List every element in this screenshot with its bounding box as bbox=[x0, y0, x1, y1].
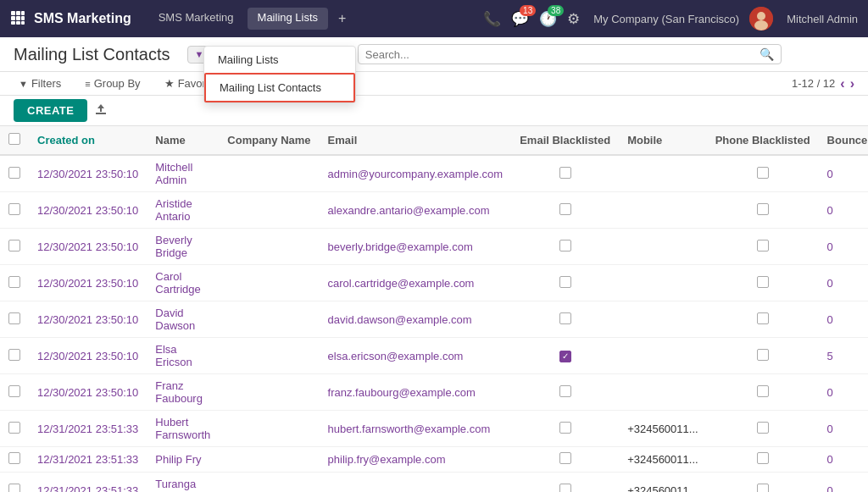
clock-icon[interactable]: 🕐 38 bbox=[539, 10, 557, 28]
row-bounce[interactable]: 0 bbox=[819, 229, 868, 265]
row-email[interactable]: alexandre.antario@example.com bbox=[320, 192, 512, 229]
row-name[interactable]: Aristide Antario bbox=[147, 192, 219, 229]
phone-blacklisted-checkbox[interactable] bbox=[757, 385, 769, 397]
row-created-on[interactable]: 12/30/2021 23:50:10 bbox=[29, 192, 147, 229]
phone-blacklisted-checkbox[interactable] bbox=[757, 240, 769, 252]
create-button[interactable]: CREATE bbox=[14, 99, 87, 122]
row-email[interactable]: franz.faubourg@example.com bbox=[320, 374, 512, 411]
row-bounce[interactable]: 0 bbox=[819, 192, 868, 229]
row-created-on[interactable]: 12/30/2021 23:50:10 bbox=[29, 338, 147, 374]
row-checkbox[interactable] bbox=[8, 422, 20, 434]
row-name[interactable]: Elsa Ericson bbox=[147, 338, 219, 374]
row-checkbox[interactable] bbox=[8, 385, 20, 397]
row-email[interactable]: elsa.ericson@example.com bbox=[320, 338, 512, 374]
phone-blacklisted-checkbox[interactable] bbox=[757, 276, 769, 288]
row-email[interactable] bbox=[320, 473, 512, 493]
row-bounce[interactable]: 0 bbox=[819, 374, 868, 411]
email-blacklisted-checkbox[interactable] bbox=[559, 422, 571, 434]
email-blacklisted-checkbox[interactable] bbox=[559, 484, 571, 493]
row-checkbox-cell[interactable] bbox=[0, 338, 29, 374]
row-created-on[interactable]: 12/31/2021 23:51:33 bbox=[29, 411, 147, 447]
row-email[interactable]: philip.fry@example.com bbox=[320, 447, 512, 473]
phone-blacklisted-checkbox[interactable] bbox=[757, 203, 769, 215]
row-name[interactable]: Beverly Bridge bbox=[147, 229, 219, 265]
row-checkbox-cell[interactable] bbox=[0, 155, 29, 192]
row-created-on[interactable]: 12/30/2021 23:50:10 bbox=[29, 229, 147, 265]
email-blacklisted-checkbox[interactable] bbox=[559, 385, 571, 397]
pagination-prev-button[interactable]: ‹ bbox=[840, 76, 844, 91]
email-blacklisted-checkbox[interactable] bbox=[559, 452, 571, 464]
email-blacklisted-checkbox[interactable]: ✓ bbox=[559, 351, 571, 362]
row-name[interactable]: Franz Faubourg bbox=[147, 374, 219, 411]
row-created-on[interactable]: 12/30/2021 23:50:10 bbox=[29, 374, 147, 411]
app-grid-icon[interactable] bbox=[10, 10, 25, 28]
row-checkbox-cell[interactable] bbox=[0, 411, 29, 447]
row-name[interactable]: Turanga Leela bbox=[147, 473, 219, 493]
row-checkbox-cell[interactable] bbox=[0, 447, 29, 473]
row-created-on[interactable]: 12/30/2021 23:50:10 bbox=[29, 301, 147, 338]
row-checkbox-cell[interactable] bbox=[0, 374, 29, 411]
row-bounce[interactable]: 0 bbox=[819, 447, 868, 473]
row-checkbox-cell[interactable] bbox=[0, 265, 29, 301]
row-checkbox-cell[interactable] bbox=[0, 229, 29, 265]
search-input[interactable] bbox=[365, 48, 760, 61]
header-checkbox[interactable] bbox=[8, 133, 20, 145]
row-bounce[interactable]: 0 bbox=[819, 301, 868, 338]
nav-mailing-lists[interactable]: Mailing Lists bbox=[248, 8, 329, 30]
row-name[interactable]: David Dawson bbox=[147, 301, 219, 338]
row-checkbox-cell[interactable] bbox=[0, 192, 29, 229]
pagination-next-button[interactable]: › bbox=[850, 76, 854, 91]
select-all-checkbox[interactable] bbox=[0, 126, 29, 155]
row-name[interactable]: Carol Cartridge bbox=[147, 265, 219, 301]
row-bounce[interactable]: 0 bbox=[819, 473, 868, 493]
phone-icon[interactable]: 📞 bbox=[483, 10, 501, 28]
row-checkbox[interactable] bbox=[8, 276, 20, 288]
search-icon[interactable]: 🔍 bbox=[760, 47, 774, 61]
phone-blacklisted-checkbox[interactable] bbox=[757, 312, 769, 324]
row-email[interactable]: hubert.farnsworth@example.com bbox=[320, 411, 512, 447]
email-blacklisted-checkbox[interactable] bbox=[559, 240, 571, 252]
dropdown-mailing-list-contacts[interactable]: Mailing List Contacts bbox=[204, 73, 355, 102]
row-created-on[interactable]: 12/30/2021 23:50:10 bbox=[29, 265, 147, 301]
row-checkbox-cell[interactable] bbox=[0, 473, 29, 493]
row-bounce[interactable]: 0 bbox=[819, 411, 868, 447]
filters-button[interactable]: ▼ Filters bbox=[14, 75, 66, 91]
row-created-on[interactable]: 12/31/2021 23:51:33 bbox=[29, 447, 147, 473]
phone-blacklisted-checkbox[interactable] bbox=[757, 452, 769, 464]
row-email[interactable]: david.dawson@example.com bbox=[320, 301, 512, 338]
row-bounce[interactable]: 0 bbox=[819, 265, 868, 301]
email-blacklisted-checkbox[interactable] bbox=[559, 203, 571, 215]
row-checkbox[interactable] bbox=[8, 452, 20, 464]
dropdown-mailing-lists[interactable]: Mailing Lists bbox=[204, 47, 355, 73]
settings-icon[interactable]: ⚙ bbox=[567, 10, 580, 28]
row-email[interactable]: beverly.bridge@example.com bbox=[320, 229, 512, 265]
row-name[interactable]: Mitchell Admin bbox=[147, 155, 219, 192]
chat-icon[interactable]: 💬 13 bbox=[511, 10, 529, 28]
phone-blacklisted-checkbox[interactable] bbox=[757, 484, 769, 493]
group-by-button[interactable]: ≡ Group By bbox=[80, 75, 145, 91]
email-blacklisted-checkbox[interactable] bbox=[559, 276, 571, 288]
nav-sms-marketing[interactable]: SMS Marketing bbox=[148, 8, 244, 30]
row-checkbox[interactable] bbox=[8, 484, 20, 493]
phone-blacklisted-checkbox[interactable] bbox=[757, 167, 769, 179]
row-bounce[interactable]: 0 bbox=[819, 155, 868, 192]
row-bounce[interactable]: 5 bbox=[819, 338, 868, 374]
nav-plus-icon[interactable]: + bbox=[331, 8, 353, 30]
row-created-on[interactable]: 12/30/2021 23:50:10 bbox=[29, 155, 147, 192]
row-checkbox[interactable] bbox=[8, 167, 20, 179]
col-created-on[interactable]: Created on bbox=[29, 126, 147, 155]
phone-blacklisted-checkbox[interactable] bbox=[757, 349, 769, 361]
row-checkbox[interactable] bbox=[8, 203, 20, 215]
phone-blacklisted-checkbox[interactable] bbox=[757, 422, 769, 434]
row-created-on[interactable]: 12/31/2021 23:51:33 bbox=[29, 473, 147, 493]
email-blacklisted-checkbox[interactable] bbox=[559, 312, 571, 324]
email-blacklisted-checkbox[interactable] bbox=[559, 167, 571, 179]
row-checkbox[interactable] bbox=[8, 312, 20, 324]
row-email[interactable]: carol.cartridge@example.com bbox=[320, 265, 512, 301]
row-checkbox-cell[interactable] bbox=[0, 301, 29, 338]
row-checkbox[interactable] bbox=[8, 240, 20, 252]
row-checkbox[interactable] bbox=[8, 349, 20, 361]
row-name[interactable]: Hubert Farnsworth bbox=[147, 411, 219, 447]
upload-icon[interactable] bbox=[94, 102, 108, 119]
row-email[interactable]: admin@yourcompany.example.com bbox=[320, 155, 512, 192]
